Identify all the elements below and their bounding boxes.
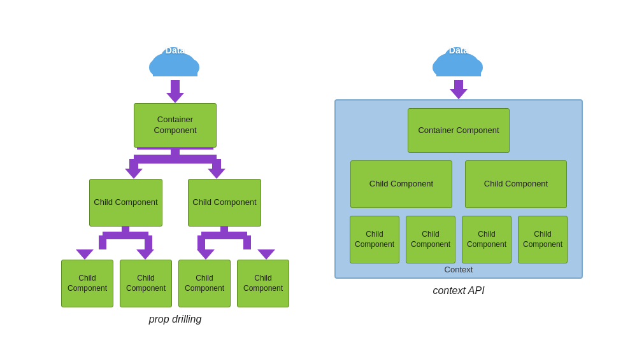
left-arrow-head-1 bbox=[166, 93, 184, 103]
right-grandchild-row: Child Component Child Component Child Co… bbox=[343, 216, 574, 263]
right-gc3-box: Child Component bbox=[462, 216, 512, 263]
left-grandchild-row: Child Component Child Component Child Co… bbox=[54, 260, 296, 307]
context-outer-box: Container Component Child Component Chil… bbox=[334, 99, 583, 279]
right-child-row: Child Component Child Component bbox=[343, 160, 574, 208]
right-arrow-shaft-1 bbox=[454, 80, 463, 89]
left-branch-svg-wrap bbox=[92, 150, 258, 169]
left-arrow-shaft-1 bbox=[171, 80, 180, 93]
left-branch2-svg bbox=[54, 227, 296, 249]
right-arrow-head-1 bbox=[450, 89, 468, 99]
left-gc1-box: Child Component bbox=[61, 260, 113, 307]
left-arrowhead-l bbox=[125, 169, 143, 179]
right-gc4-box: Child Component bbox=[518, 216, 568, 263]
left-arrow-1 bbox=[166, 80, 184, 103]
right-arrow-1 bbox=[450, 80, 468, 99]
prop-drilling-diagram: Data Container Component bbox=[54, 39, 296, 325]
right-cloud-svg bbox=[430, 41, 487, 79]
left-child-row: Child Component Child Component bbox=[54, 179, 296, 227]
svg-rect-5 bbox=[153, 66, 197, 76]
left-gc2-box: Child Component bbox=[120, 260, 172, 307]
context-api-diagram: Data Container Component Child Component… bbox=[334, 39, 583, 297]
right-gc2-box: Child Component bbox=[406, 216, 455, 263]
left-ah3 bbox=[197, 249, 215, 260]
left-branch2-svg-wrap bbox=[54, 227, 296, 249]
right-cloud: Data bbox=[430, 39, 487, 80]
right-container-box: Container Component bbox=[408, 108, 510, 153]
left-cloud: Data bbox=[147, 39, 204, 80]
left-label: prop drilling bbox=[149, 314, 202, 325]
left-child2-box: Child Component bbox=[188, 179, 261, 227]
right-label: context API bbox=[433, 285, 484, 297]
left-gc4-box: Child Component bbox=[237, 260, 289, 307]
svg-rect-23 bbox=[436, 66, 481, 76]
left-child1-box: Child Component bbox=[89, 179, 162, 227]
right-gc1-box: Child Component bbox=[350, 216, 399, 263]
left-ah1 bbox=[76, 249, 94, 260]
left-gc3-box: Child Component bbox=[178, 260, 231, 307]
left-ah2 bbox=[136, 249, 154, 260]
left-container-box: Container Component bbox=[134, 103, 217, 148]
left-branch-svg bbox=[92, 150, 258, 169]
context-label: Context bbox=[336, 265, 582, 274]
right-child2-box: Child Component bbox=[465, 160, 567, 208]
left-cloud-svg bbox=[147, 41, 204, 79]
left-arrowhead-r bbox=[208, 169, 225, 179]
diagrams-container: Data Container Component bbox=[0, 32, 637, 332]
left-two-arrowheads bbox=[92, 169, 258, 179]
prop-drilling-tree: Data Container Component bbox=[54, 39, 296, 307]
right-child1-box: Child Component bbox=[350, 160, 452, 208]
left-four-arrowheads bbox=[54, 249, 296, 260]
left-ah4 bbox=[257, 249, 275, 260]
